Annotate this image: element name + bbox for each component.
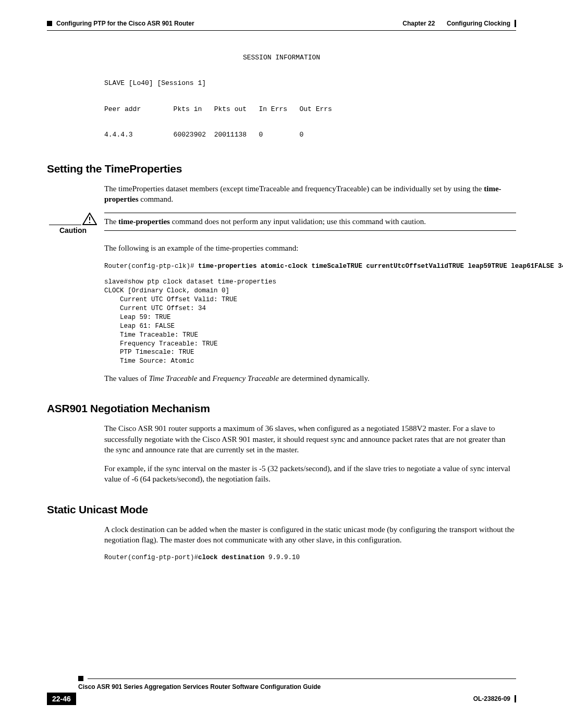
page-number: 22-46 — [47, 693, 76, 705]
doc-id: OL-23826-09 — [473, 695, 510, 702]
sec2-p1: The Cisco ASR 901 router supports a maxi… — [104, 423, 516, 455]
caution-block: Caution The time-properties command does… — [47, 213, 516, 235]
caution-icon-column: Caution — [47, 213, 99, 235]
footer-bar-icon — [515, 695, 516, 702]
header-section-title: Configuring PTP for the Cisco ASR 901 Ro… — [56, 20, 194, 27]
footer-rule — [78, 676, 516, 681]
heading-static-unicast: Static Unicast Mode — [47, 503, 516, 516]
session-info-title: SESSION INFORMATION — [47, 52, 516, 65]
svg-point-1 — [89, 222, 91, 224]
code-time-properties-cmd: Router(config-ptp-clk)# time-properties … — [104, 262, 516, 271]
heading-negotiation: ASR901 Negotiation Mechanism — [47, 402, 516, 415]
heading-time-properties: Setting the TimeProperties — [47, 163, 516, 175]
sec1-p2: The following is an example of the time-… — [104, 243, 516, 253]
sec2-p2: For example, if the sync interval on the… — [104, 463, 516, 485]
sec3-p1: A clock destination can be added when th… — [104, 524, 516, 546]
session-info-line1: SLAVE [Lo40] [Sessions 1] — [104, 79, 206, 87]
caution-text: The time-properties command does not per… — [104, 213, 516, 231]
footer-dot-icon — [78, 676, 83, 681]
session-info-row: 4.4.4.3 60023902 20011138 0 0 — [104, 131, 303, 139]
code-show-ptp-clock: slave#show ptp clock dataset time-proper… — [104, 278, 516, 366]
footer-guide-title: Cisco ASR 901 Series Aggregation Service… — [78, 683, 516, 690]
page-header: Configuring PTP for the Cisco ASR 901 Ro… — [47, 20, 516, 27]
session-info-block: SESSION INFORMATION SLAVE [Lo40] [Sessio… — [104, 52, 516, 142]
sec1-p1: The timeProperties dataset members (exce… — [104, 183, 516, 205]
header-chapter-title: Configuring Clocking — [447, 20, 510, 27]
sec1-p3: The values of Time Traceable and Frequen… — [104, 373, 516, 384]
header-right: Chapter 22 Configuring Clocking — [402, 20, 516, 27]
header-dot-icon — [47, 21, 52, 26]
footer-bottom-row: 22-46 OL-23826-09 — [47, 693, 516, 705]
page-footer: Cisco ASR 901 Series Aggregation Service… — [47, 676, 516, 705]
header-chapter: Chapter 22 — [402, 20, 435, 27]
header-bar-icon — [515, 20, 516, 27]
caution-line-icon — [49, 225, 81, 225]
caution-triangle-icon — [82, 213, 97, 225]
header-rule — [47, 30, 516, 31]
session-info-cols: Peer addr Pkts in Pkts out In Errs Out E… — [104, 105, 332, 113]
code-clock-destination: Router(config-ptp-port)#clock destinatio… — [104, 553, 516, 562]
header-left: Configuring PTP for the Cisco ASR 901 Ro… — [47, 20, 194, 27]
caution-label: Caution — [59, 226, 87, 235]
